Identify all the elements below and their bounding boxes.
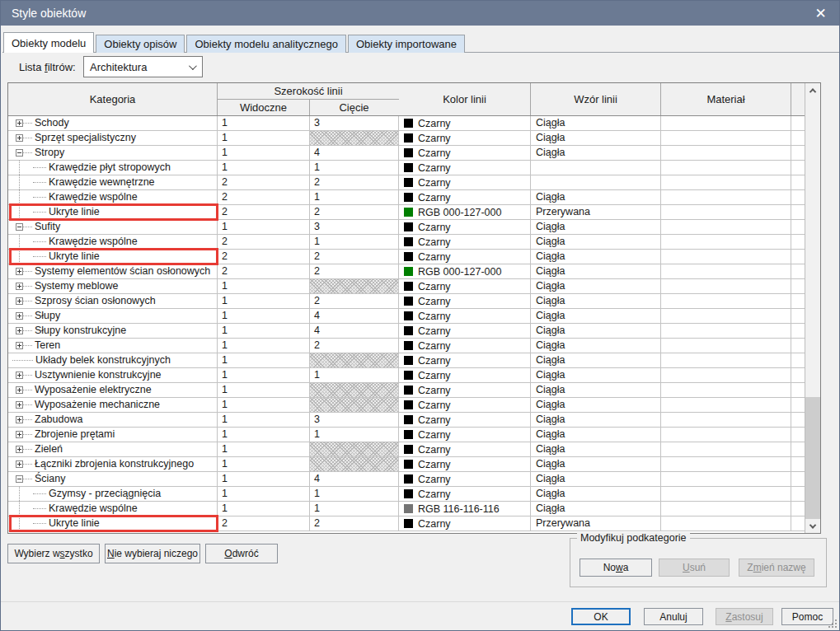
category-cell[interactable]: Schody <box>8 116 218 131</box>
visible-width-cell[interactable]: 1 <box>218 279 310 294</box>
cut-width-cell[interactable]: 1 <box>310 190 399 205</box>
category-cell[interactable]: Zbrojenie prętami <box>8 428 218 442</box>
category-cell[interactable]: Szprosy ścian osłonowych <box>8 294 218 309</box>
cut-width-cell[interactable]: 4 <box>310 309 399 324</box>
visible-width-cell[interactable]: 1 <box>218 161 310 175</box>
table-row[interactable]: Krawędzie płyt stropowych 1 1 Czarny <box>8 161 805 175</box>
category-cell[interactable]: Usztywnienie konstrukcyjne <box>8 368 218 383</box>
category-cell[interactable]: Krawędzie wspólne <box>8 502 218 516</box>
material-cell[interactable] <box>661 502 791 516</box>
line-pattern-cell[interactable]: Ciągła <box>531 309 661 324</box>
expand-toggle-icon[interactable] <box>16 401 23 409</box>
line-color-cell[interactable]: Czarny <box>399 131 531 146</box>
visible-width-cell[interactable]: 1 <box>218 294 310 309</box>
material-cell[interactable] <box>661 235 791 250</box>
line-pattern-cell[interactable]: Przerywana <box>531 516 661 531</box>
cut-width-cell[interactable]: 2 <box>310 294 399 309</box>
visible-width-cell[interactable]: 1 <box>218 324 310 339</box>
visible-width-cell[interactable]: 1 <box>218 398 310 413</box>
category-cell[interactable]: Gzymsy - przeciągnięcia <box>8 487 218 502</box>
delete-subcategory-button[interactable]: Usuń <box>659 559 730 577</box>
category-cell[interactable]: Krawędzie wewnętrzne <box>8 175 218 190</box>
ok-button[interactable]: OK <box>571 608 631 625</box>
material-cell[interactable] <box>661 353 791 368</box>
cut-width-cell[interactable]: 1 <box>310 487 399 502</box>
line-pattern-cell[interactable]: Ciągła <box>531 502 661 516</box>
expand-toggle-icon[interactable] <box>16 475 23 483</box>
visible-width-cell[interactable]: 1 <box>218 309 310 324</box>
scroll-up-icon[interactable] <box>805 83 820 97</box>
table-row[interactable]: Krawędzie wspólne 2 1 Czarny Ciągła <box>8 235 805 250</box>
line-pattern-cell[interactable]: Ciągła <box>531 131 661 146</box>
line-pattern-cell[interactable]: Ciągła <box>531 442 661 457</box>
expand-toggle-icon[interactable] <box>16 149 23 157</box>
vertical-scrollbar[interactable] <box>805 83 820 533</box>
line-color-cell[interactable]: Czarny <box>399 324 531 339</box>
material-cell[interactable] <box>661 309 791 324</box>
table-row[interactable]: Ukryte linie 2 2 Czarny Ciągła <box>8 250 805 264</box>
line-pattern-cell[interactable]: Ciągła <box>531 116 661 131</box>
tab-model[interactable]: Obiekty modelu <box>3 32 94 53</box>
expand-toggle-icon[interactable] <box>16 268 23 275</box>
expand-toggle-icon[interactable] <box>16 297 23 305</box>
cut-width-cell[interactable] <box>310 279 399 294</box>
line-pattern-cell[interactable]: Ciągła <box>531 487 661 502</box>
line-pattern-cell[interactable]: Ciągła <box>531 353 661 368</box>
table-row[interactable]: Słupy konstrukcyjne 1 4 Czarny Ciągła <box>8 324 805 339</box>
material-cell[interactable] <box>661 516 791 531</box>
visible-width-cell[interactable]: 2 <box>218 235 310 250</box>
material-cell[interactable] <box>661 175 791 190</box>
line-color-cell[interactable]: Czarny <box>399 413 531 428</box>
cut-width-cell[interactable] <box>310 457 399 472</box>
visible-width-cell[interactable]: 1 <box>218 220 310 235</box>
expand-toggle-icon[interactable] <box>16 372 23 379</box>
cut-width-cell[interactable]: 2 <box>310 205 399 220</box>
material-cell[interactable] <box>661 487 791 502</box>
line-color-cell[interactable]: Czarny <box>399 428 531 442</box>
visible-width-cell[interactable]: 2 <box>218 205 310 220</box>
cut-width-cell[interactable]: 3 <box>310 220 399 235</box>
table-row[interactable]: Gzymsy - przeciągnięcia 1 1 Czarny Ciągł… <box>8 487 805 502</box>
category-cell[interactable]: Krawędzie wspólne <box>8 190 218 205</box>
material-cell[interactable] <box>661 294 791 309</box>
table-row[interactable]: Krawędzie wspólne 2 1 Czarny Ciągła <box>8 190 805 205</box>
help-button[interactable]: Pomoc <box>781 608 833 625</box>
visible-width-cell[interactable]: 1 <box>218 339 310 353</box>
visible-width-cell[interactable]: 1 <box>218 502 310 516</box>
line-pattern-cell[interactable] <box>531 161 661 175</box>
table-row[interactable]: Zabudowa 1 3 Czarny Ciągła <box>8 413 805 428</box>
table-row[interactable]: Zbrojenie prętami 1 1 Czarny Ciągła <box>8 428 805 442</box>
cut-width-cell[interactable]: 1 <box>310 161 399 175</box>
material-cell[interactable] <box>661 383 791 398</box>
line-color-cell[interactable]: RGB 116-116-116 <box>399 502 531 516</box>
material-cell[interactable] <box>661 279 791 294</box>
category-cell[interactable]: Ukryte linie <box>8 516 218 531</box>
line-pattern-cell[interactable]: Ciągła <box>531 190 661 205</box>
line-color-cell[interactable]: Czarny <box>399 220 531 235</box>
category-cell[interactable]: Słupy konstrukcyjne <box>8 324 218 339</box>
rename-subcategory-button[interactable]: Zmień nazwę <box>739 559 814 577</box>
cut-width-cell[interactable]: 2 <box>310 264 399 279</box>
new-subcategory-button[interactable]: Nowa <box>580 559 652 577</box>
table-row[interactable]: Układy belek konstrukcyjnych 1 Czarny Ci… <box>8 353 805 368</box>
table-row[interactable]: Zieleń 1 Czarny Ciągła <box>8 442 805 457</box>
cut-width-cell[interactable] <box>310 398 399 413</box>
tab-opisow[interactable]: Obiekty opisów <box>96 35 185 53</box>
material-cell[interactable] <box>661 398 791 413</box>
material-cell[interactable] <box>661 250 791 264</box>
line-pattern-cell[interactable]: Ciągła <box>531 250 661 264</box>
material-cell[interactable] <box>661 339 791 353</box>
cut-width-cell[interactable]: 1 <box>310 502 399 516</box>
category-cell[interactable]: Zabudowa <box>8 413 218 428</box>
line-pattern-cell[interactable]: Ciągła <box>531 324 661 339</box>
table-row[interactable]: Łączniki zbrojenia konstrukcyjnego 1 Cza… <box>8 457 805 472</box>
category-cell[interactable]: Ukryte linie <box>8 205 218 220</box>
filter-list-dropdown[interactable]: Architektura <box>83 56 203 77</box>
cut-width-cell[interactable]: 2 <box>310 339 399 353</box>
close-icon[interactable]: ✕ <box>802 1 839 26</box>
scroll-down-icon[interactable] <box>805 519 820 533</box>
material-cell[interactable] <box>661 161 791 175</box>
material-cell[interactable] <box>661 190 791 205</box>
line-color-cell[interactable]: Czarny <box>399 487 531 502</box>
visible-width-cell[interactable]: 1 <box>218 472 310 487</box>
